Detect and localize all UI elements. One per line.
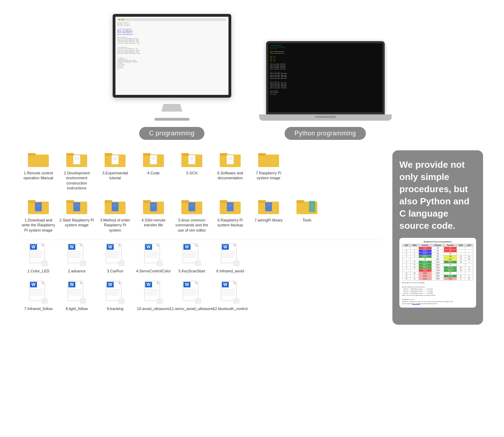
folder-label-folder12: 5.linux common commands and the use of v… (174, 218, 209, 233)
svg-rect-36 (35, 202, 42, 211)
svg-rect-59 (181, 200, 189, 203)
doc-item-doc8[interactable]: W 8.light_follow (59, 280, 94, 311)
doc-item-doc6[interactable]: W 6.Infrared_avoid (213, 243, 248, 273)
folder-icon-folder13 (219, 197, 241, 216)
svg-text:↑: ↑ (311, 204, 313, 208)
svg-rect-199 (234, 299, 239, 303)
c-monitor-screen: #include <stdio.h> #include <stdlib.h> #… (115, 17, 228, 95)
files-left: 1.Remote control operation Manual 2.Deve… (21, 150, 382, 325)
page-container: #include <stdio.h> #include <stdlib.h> #… (0, 0, 504, 437)
folder-item-folder15[interactable]: ↑ Tools (289, 197, 324, 233)
svg-rect-149 (42, 299, 47, 303)
svg-rect-99 (80, 261, 86, 266)
folder-label-folder10: 3.Method of enter Raspberry Pi system (98, 218, 133, 233)
doc-item-doc12[interactable]: W 12.bluetooth_control (213, 280, 248, 311)
folder-item-folder7[interactable]: 7.Raspberry Pi system image (251, 150, 286, 190)
folder-item-folder5[interactable]: 5.SCH (174, 150, 209, 190)
folder-icon-folder1 (27, 150, 50, 168)
svg-rect-3 (66, 153, 74, 156)
svg-rect-189 (195, 299, 201, 303)
folder-item-folder2[interactable]: 2.Development environment construction i… (59, 150, 94, 190)
folder-icon-folder11 (142, 197, 165, 216)
folder-label-folder15: Tools (302, 218, 311, 223)
svg-rect-21 (181, 153, 189, 156)
svg-rect-9 (105, 153, 112, 156)
folder-label-folder7: 7.Raspberry Pi system image (251, 171, 286, 181)
folder-label-folder1: 1.Remote control operation Manual (21, 171, 56, 181)
folder-item-folder11[interactable]: 4.SSH remote transfer file (136, 197, 171, 233)
svg-rect-4 (73, 155, 80, 164)
folder-label-folder9: 2.Start Raspberry Pi system image (59, 218, 94, 228)
svg-rect-89 (42, 261, 47, 266)
doc-label-doc4: 4.ServoControlColor (136, 269, 171, 273)
docs-row-2: W 7.Infrared_follow W 8.light_follow W (21, 280, 382, 311)
doc-item-doc3[interactable]: W 3.CarRun (98, 243, 133, 273)
folder-item-folder4[interactable]: 4.Code (136, 150, 171, 190)
info-box-text: We provide not only simple procedures, b… (399, 159, 476, 232)
folder-label-folder8: 1.Download and write the Raspberry Pi sy… (21, 218, 56, 233)
doc-item-doc1[interactable]: W 1.Color_LED (21, 243, 56, 273)
doc-item-doc5[interactable]: W 5.KeyScanStart (174, 243, 209, 273)
doc-label-doc10: 10.avoid_ultrasonic (137, 306, 170, 311)
doc-item-doc11[interactable]: W 11.servo_avoid_ultrasonic (174, 280, 209, 311)
folder-item-folder12[interactable]: 5.linux common commands and the use of v… (174, 197, 209, 233)
doc-icon-doc11: W (182, 280, 202, 304)
folders-row-2: 1.Download and write the Raspberry Pi sy… (21, 197, 382, 233)
python-programming-section: #!/usr/bin/python3 import RPi.GPIO as GP… (259, 41, 392, 140)
folder-icon-folder8 (27, 197, 50, 216)
svg-text:W: W (185, 282, 189, 287)
doc-label-doc12: 12.bluetooth_control (213, 306, 248, 311)
folder-item-folder1[interactable]: 1.Remote control operation Manual (21, 150, 56, 190)
folder-item-folder14[interactable]: 7.wiringPi library (251, 197, 286, 233)
doc-label-doc5: 5.KeyScanStart (179, 269, 205, 273)
folder-item-folder3[interactable]: 3.Experimental tutorial (98, 150, 133, 190)
doc-label-doc11: 11.servo_avoid_ultrasonic (170, 306, 214, 311)
info-box: We provide not only simple procedures, b… (392, 150, 483, 325)
svg-text:W: W (108, 244, 112, 249)
python-laptop: #!/usr/bin/python3 import RPi.GPIO as GP… (259, 41, 392, 121)
folder-item-folder10[interactable]: 3.Method of enter Raspberry Pi system (98, 197, 133, 233)
c-programming-label: C programming (139, 127, 204, 140)
svg-rect-27 (220, 153, 227, 156)
folder-label-folder11: 4.SSH remote transfer file (136, 218, 171, 228)
doc-item-doc2[interactable]: W 2.advance (59, 243, 94, 273)
info-box-card: Raspberry Pi pin correspondence wPi#BCMF… (399, 238, 476, 308)
svg-rect-139 (234, 261, 239, 266)
c-monitor: #include <stdio.h> #include <stdlib.h> #… (113, 14, 231, 98)
folder-item-folder6[interactable]: 6.Software and documentation (213, 150, 248, 190)
folder-item-folder13[interactable]: 6.Raspberry Pi system backup (213, 197, 248, 233)
svg-rect-32 (258, 155, 279, 167)
c-programming-section: #include <stdio.h> #include <stdlib.h> #… (113, 14, 231, 140)
svg-rect-54 (150, 202, 157, 211)
svg-rect-60 (188, 202, 195, 211)
laptop-base (259, 114, 392, 121)
folder-label-folder3: 3.Experimental tutorial (98, 171, 133, 181)
svg-text:W: W (70, 282, 74, 287)
doc-label-doc9: 9.tracking (107, 306, 123, 311)
folder-icon-folder6 (219, 150, 241, 168)
svg-rect-41 (66, 200, 74, 203)
folder-label-folder2: 2.Development environment construction i… (59, 171, 94, 190)
svg-text:W: W (70, 244, 74, 249)
doc-item-doc10[interactable]: W 10.avoid_ultrasonic (136, 280, 171, 311)
folder-item-folder8[interactable]: 1.Download and write the Raspberry Pi sy… (21, 197, 56, 233)
svg-rect-47 (105, 200, 112, 203)
doc-item-doc9[interactable]: W 9.tracking (98, 280, 133, 311)
folder-icon-folder14 (257, 197, 280, 216)
section-divider (21, 240, 382, 240)
svg-rect-16 (150, 155, 157, 164)
svg-rect-71 (258, 200, 266, 203)
doc-label-doc1: 1.Color_LED (28, 269, 50, 273)
folder-icon-folder4 (142, 150, 165, 168)
folder-item-folder9[interactable]: 2.Start Raspberry Pi system image (59, 197, 94, 233)
svg-rect-66 (227, 202, 234, 211)
doc-item-doc4[interactable]: W 4.ServoControlColor (136, 243, 171, 273)
folder-icon-folder10 (104, 197, 126, 216)
doc-item-doc7[interactable]: W 7.Infrared_follow (21, 280, 56, 311)
doc-icon-doc8: W (67, 280, 86, 304)
doc-icon-doc3: W (105, 243, 125, 266)
svg-rect-42 (73, 202, 80, 211)
svg-rect-35 (28, 200, 36, 203)
svg-rect-53 (143, 200, 151, 203)
svg-rect-77 (296, 200, 304, 203)
